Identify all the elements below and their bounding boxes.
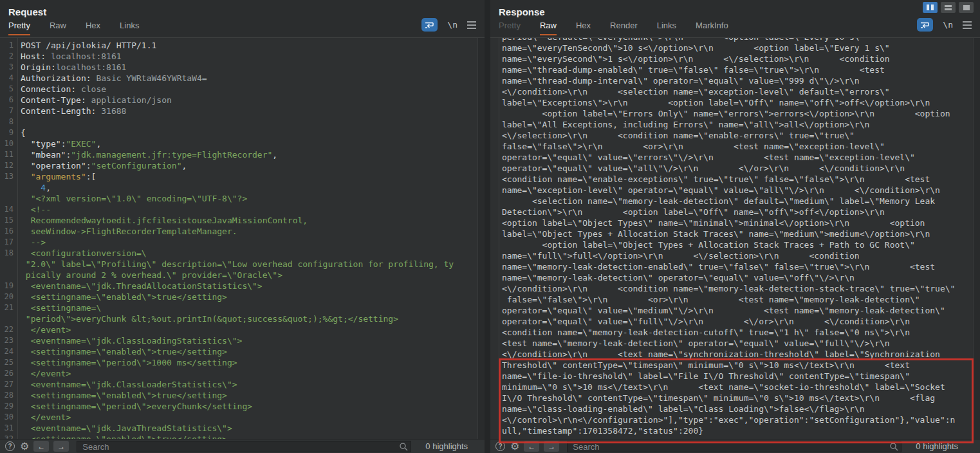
wrap-lines-icon xyxy=(920,21,930,29)
request-title: Request xyxy=(8,6,46,17)
gear-icon[interactable]: ⚙ xyxy=(20,441,29,452)
line-number: 28 xyxy=(0,390,17,401)
code-line: label=\"Exceptions\">\r\n <option label=… xyxy=(490,97,972,108)
code-text: "period\">everyChunk &lt;%out.printIn(&q… xyxy=(17,313,398,324)
request-editor[interactable]: 1POST /api/jolokia/ HTTP/1.12Host: local… xyxy=(0,37,485,439)
line-number: 12 xyxy=(0,160,17,171)
next-match-button[interactable]: → xyxy=(544,441,559,452)
code-line: 24 <settingname=\"enabled\">true</settin… xyxy=(0,346,477,357)
code-line: 6Content-Type: application/json xyxy=(0,95,477,106)
code-line: 29 <settingname=\"period\">everyChunk</s… xyxy=(0,401,477,412)
tab-hex[interactable]: Hex xyxy=(86,21,100,34)
editor-menu-button[interactable] xyxy=(963,21,972,29)
code-line: operator=\"equal\" value=\"full\"\/>\r\n… xyxy=(490,316,972,327)
help-icon[interactable]: ? xyxy=(495,441,505,451)
previous-match-button[interactable]: ← xyxy=(524,441,539,452)
gear-icon[interactable]: ⚙ xyxy=(510,441,519,452)
line-number: 1 xyxy=(0,40,17,51)
code-text: operator=\"equal\" value=\"errors\"\/>\r… xyxy=(499,152,915,163)
code-line: 1POST /api/jolokia/ HTTP/1.1 xyxy=(0,40,477,51)
code-text: </event> xyxy=(17,368,71,379)
code-text: "<?xml version=\"1.0\" encoding=\"UTF-8\… xyxy=(17,193,247,204)
code-text: Recommendedwaytoedit.jfcfilesistouseJava… xyxy=(17,215,308,226)
tab-markinfo[interactable]: MarkInfo xyxy=(696,21,728,34)
code-text: name=\"memory-leak-detection\" operator=… xyxy=(499,272,855,283)
line-number xyxy=(490,37,499,42)
search-input[interactable] xyxy=(567,441,901,452)
line-number xyxy=(490,294,499,305)
line-number xyxy=(490,371,499,382)
code-line: 3Origin:localhost:8161 xyxy=(0,62,477,73)
tab-links[interactable]: Links xyxy=(657,21,676,34)
previous-match-button[interactable]: ← xyxy=(33,441,49,452)
single-layout-button[interactable] xyxy=(959,2,974,13)
request-scrollbar[interactable] xyxy=(477,38,485,439)
editor-menu-button[interactable] xyxy=(467,21,476,29)
code-text: { xyxy=(17,127,26,138)
code-line: label=\"Object Types + Allocation Stack … xyxy=(490,228,972,239)
code-text: <condition name=\"memory-leak-detection-… xyxy=(499,327,910,338)
code-text: I\/O Threshold\" contentType=\"timespan\… xyxy=(499,393,935,403)
code-text: name=\"thread-dump-interval\" operator=\… xyxy=(499,75,860,86)
code-text: <\/selection>\r\n <condition name=\"enab… xyxy=(499,130,855,141)
code-text: Authorization: Basic YWRtaW46YWRtaW4= xyxy=(17,73,207,84)
response-editor-controls: \n xyxy=(917,18,980,32)
line-number: 14 xyxy=(0,204,17,215)
rows-layout-button[interactable] xyxy=(941,2,956,13)
code-text: pically around 2 % overhead.\" provider=… xyxy=(17,270,282,281)
line-number xyxy=(490,239,499,250)
wrap-toggle-button[interactable] xyxy=(917,18,933,32)
next-match-button[interactable]: → xyxy=(53,441,69,452)
tab-hex[interactable]: Hex xyxy=(576,21,591,34)
response-tabs: PrettyRawHexRenderLinksMarkInfo \n xyxy=(490,21,980,37)
code-line: name=\"class-loading-enabled\" label=\"C… xyxy=(490,403,972,414)
tab-render[interactable]: Render xyxy=(610,21,638,34)
code-text: "operation":"setConfiguration", xyxy=(17,160,187,171)
code-line: <\/condition>\r\n <condition name=\"memo… xyxy=(490,283,972,294)
help-icon[interactable]: ? xyxy=(5,441,15,451)
response-search-bar: ? ⚙ ← → 0 highlights xyxy=(490,439,980,453)
search-input[interactable] xyxy=(77,441,411,452)
code-text: <settingname=\"enabled\">true</setting> xyxy=(17,390,227,401)
line-number xyxy=(490,152,499,163)
code-text: <option label=\"Object Types + Allocatio… xyxy=(499,239,915,250)
line-number xyxy=(490,53,499,64)
code-text: Detection\">\r\n <option label=\"Off\" n… xyxy=(499,207,885,217)
code-line: 14 <!-- xyxy=(0,204,477,215)
show-newlines-button[interactable]: \n xyxy=(943,20,953,30)
code-text: <eventname=\"jdk.ThreadAllocationStatist… xyxy=(17,281,263,291)
show-newlines-button[interactable]: \n xyxy=(447,20,458,30)
code-text: false=\"false\">\r\n <or>\r\n <test name… xyxy=(499,141,885,152)
line-number xyxy=(490,316,499,327)
line-number xyxy=(490,207,499,217)
line-number xyxy=(490,327,499,338)
code-line: 8 xyxy=(0,116,477,127)
code-line: 4Authorization: Basic YWRtaW46YWRtaW4= xyxy=(0,73,477,84)
line-number xyxy=(490,360,499,371)
tab-links[interactable]: Links xyxy=(120,21,139,34)
tab-pretty[interactable]: Pretty xyxy=(8,21,30,35)
code-line: name=\"memory-leak-detection-enabled\" t… xyxy=(490,261,972,272)
code-text: <option label=\"Object Types\" name=\"mi… xyxy=(499,217,925,228)
columns-layout-button[interactable] xyxy=(923,2,938,13)
code-line: name=\"everyTenSecond\">10 s<\/option>\r… xyxy=(490,42,972,53)
wrap-toggle-button[interactable] xyxy=(421,18,438,32)
response-scrollbar[interactable] xyxy=(973,38,980,439)
code-text: minimum=\"0 s\">10 ms<\/text>\r\n <text … xyxy=(499,382,945,393)
line-number xyxy=(490,425,499,436)
code-text: Host: localhost:8161 xyxy=(17,51,122,62)
code-text: operator=\"equal\" value=\"full\"\/>\r\n… xyxy=(499,316,910,327)
line-number xyxy=(490,338,499,349)
response-title: Response xyxy=(499,6,545,17)
response-panel: Response PrettyRawHexRenderLinksMarkInfo xyxy=(490,0,980,453)
tab-raw[interactable]: Raw xyxy=(540,21,557,35)
code-text: period\" default=\"everyChunk\">\r\n <op… xyxy=(499,37,865,42)
response-editor[interactable]: period\" default=\"everyChunk\">\r\n <op… xyxy=(490,37,980,439)
tab-pretty[interactable]: Pretty xyxy=(499,21,521,34)
tab-raw[interactable]: Raw xyxy=(50,21,66,34)
code-line: <condition name=\"enable-exceptions\" tr… xyxy=(490,174,972,185)
line-number xyxy=(490,261,499,272)
code-line: I\/O Threshold\" contentType=\"timespan\… xyxy=(490,393,972,403)
code-line: <option label=\"Object Types\" name=\"mi… xyxy=(490,217,972,228)
line-number xyxy=(490,217,499,228)
